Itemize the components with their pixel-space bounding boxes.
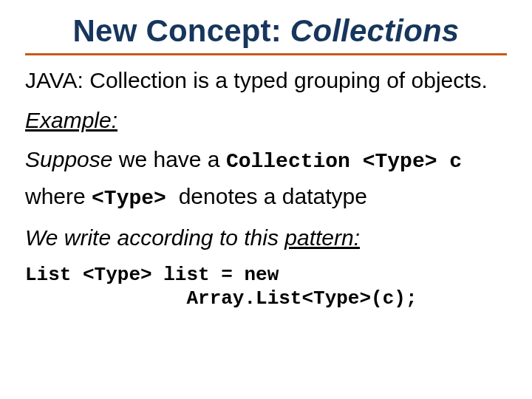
suppose-code: Collection <Type> c [226, 150, 462, 173]
code-block: List <Type> list = new Array.List<Type>(… [25, 263, 507, 311]
suppose-lead: Suppose [25, 147, 112, 171]
title-prefix: New Concept: [73, 13, 290, 48]
pattern-underlined: pattern: [284, 225, 360, 250]
slide: New Concept: Collections JAVA: Collectio… [0, 0, 532, 399]
where-rest: denotes a datatype [179, 184, 367, 208]
suppose-line: Suppose we have a Collection <Type> c [25, 145, 507, 176]
slide-title: New Concept: Collections [25, 13, 507, 49]
slide-body: JAVA: Collection is a typed grouping of … [25, 66, 507, 311]
pattern-line: We write according to this pattern: [25, 223, 507, 253]
definition-text: JAVA: Collection is a typed grouping of … [25, 66, 507, 95]
title-rule [25, 53, 507, 55]
title-emphasis: Collections [290, 13, 460, 48]
example-label: Example: [25, 106, 507, 135]
where-code: <Type> [92, 187, 179, 210]
suppose-rest: we have a [112, 147, 225, 171]
where-lead: where [25, 184, 92, 208]
where-line: where <Type> denotes a datatype [25, 182, 507, 213]
pattern-lead: We write according to this [25, 225, 284, 250]
example-label-text: Example: [25, 108, 117, 132]
